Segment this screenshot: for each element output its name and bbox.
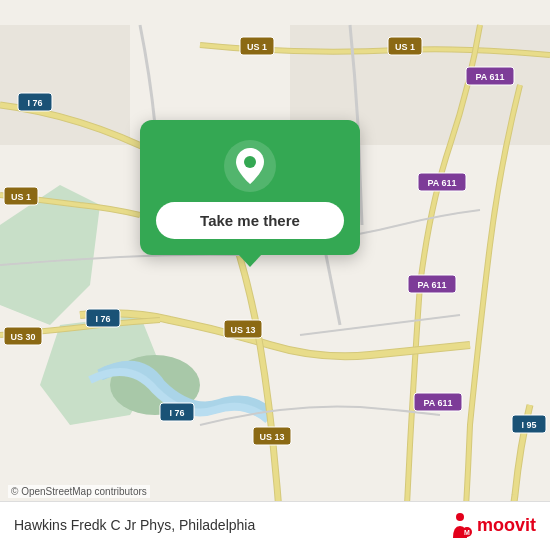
- svg-text:I 76: I 76: [95, 314, 110, 324]
- svg-text:M: M: [464, 529, 470, 536]
- svg-text:PA 611: PA 611: [423, 398, 452, 408]
- bottom-bar: Hawkins Fredk C Jr Phys, Philadelphia M …: [0, 501, 550, 550]
- svg-text:I 76: I 76: [169, 408, 184, 418]
- moovit-logo: M moovit: [447, 512, 536, 538]
- svg-text:US 1: US 1: [11, 192, 31, 202]
- location-label: Hawkins Fredk C Jr Phys, Philadelphia: [14, 517, 255, 533]
- svg-text:PA 611: PA 611: [427, 178, 456, 188]
- svg-text:US 13: US 13: [230, 325, 255, 335]
- copyright-text: © OpenStreetMap contributors: [8, 485, 150, 498]
- location-popup: Take me there: [140, 120, 360, 255]
- location-pin-icon: [224, 140, 276, 192]
- svg-text:I 95: I 95: [521, 420, 536, 430]
- svg-text:US 30: US 30: [10, 332, 35, 342]
- moovit-logo-icon: M: [447, 512, 473, 538]
- svg-text:US 1: US 1: [395, 42, 415, 52]
- map-roads: I 76 US 1 US 1 PA 611 PA 611 PA 611 PA 6…: [0, 0, 550, 550]
- svg-text:PA 611: PA 611: [475, 72, 504, 82]
- svg-text:I 76: I 76: [27, 98, 42, 108]
- moovit-brand-text: moovit: [477, 515, 536, 536]
- take-me-there-button[interactable]: Take me there: [156, 202, 344, 239]
- svg-text:US 13: US 13: [259, 432, 284, 442]
- svg-rect-5: [0, 25, 130, 145]
- svg-point-35: [244, 156, 256, 168]
- map-container: I 76 US 1 US 1 PA 611 PA 611 PA 611 PA 6…: [0, 0, 550, 550]
- svg-text:US 1: US 1: [247, 42, 267, 52]
- svg-point-36: [456, 513, 464, 521]
- svg-text:PA 611: PA 611: [417, 280, 446, 290]
